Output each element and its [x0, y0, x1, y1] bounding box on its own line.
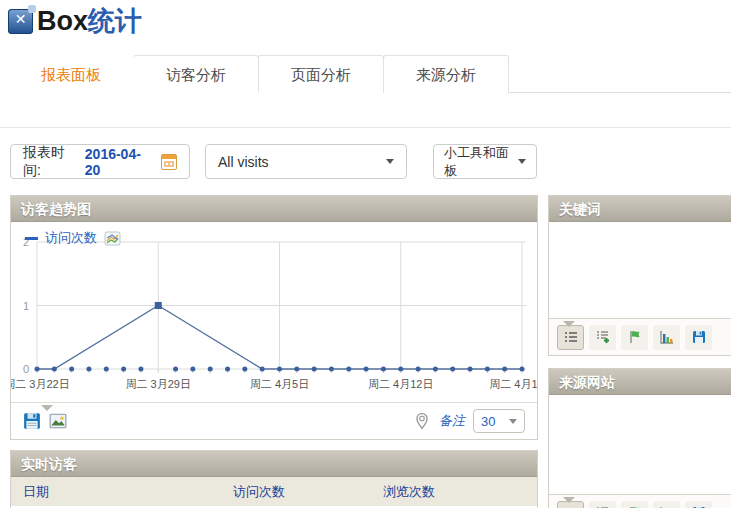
logo-brand: Box — [37, 6, 88, 36]
legend-line-swatch — [25, 237, 38, 240]
view-expanded-table-button[interactable] — [589, 325, 616, 350]
annotations-link[interactable]: 备注 — [439, 412, 465, 430]
view-expanded-table-button[interactable] — [589, 501, 616, 508]
keywords-panel: 关键词 — [548, 195, 731, 356]
visits-graph-body: 访问次数 012周二 3月22日周二 3月29日周二 4月5日周二 4月12日周… — [11, 222, 537, 402]
svg-text:周二 4月5日: 周二 4月5日 — [250, 378, 309, 390]
column-header-pageviews[interactable]: 浏览次数 — [371, 483, 537, 501]
live-visitors-panel-header[interactable]: 实时访客 — [11, 451, 537, 477]
report-date-selector[interactable]: 报表时间: 2016-04-20 — [10, 144, 190, 179]
live-visitors-panel: 实时访客 日期 访问次数 浏览次数 — [10, 450, 538, 508]
keywords-panel-header[interactable]: 关键词 — [549, 196, 731, 222]
export-button[interactable] — [685, 325, 712, 350]
box-logo-icon — [8, 9, 33, 34]
chevron-down-icon — [518, 159, 526, 164]
chevron-down-icon — [509, 419, 517, 424]
svg-text:1: 1 — [23, 300, 29, 312]
view-bar-chart-button[interactable] — [653, 325, 680, 350]
view-bar-chart-button[interactable] — [653, 501, 680, 508]
header-separator — [0, 127, 731, 128]
export-image-icon[interactable] — [49, 412, 67, 430]
segment-selector[interactable]: All visits — [205, 144, 407, 179]
referrer-websites-footer — [549, 494, 731, 508]
svg-text:周二 4月19日: 周二 4月19日 — [489, 378, 537, 390]
logo-suffix: 统计 — [88, 6, 142, 36]
logo-text: Box统计 — [37, 3, 142, 39]
visits-graph-panel-header[interactable]: 访客趋势图 — [11, 196, 537, 222]
calendar-icon — [161, 154, 177, 170]
view-table-button[interactable] — [557, 325, 584, 350]
visits-graph-panel: 访客趋势图 访问次数 012周二 3月22日周二 3月29日周二 4月5日周二 … — [10, 195, 538, 440]
referrer-websites-panel: 来源网站 — [548, 368, 731, 508]
row-limit-value: 30 — [481, 414, 495, 429]
legend-label: 访问次数 — [45, 229, 97, 247]
flag-icon — [627, 329, 643, 345]
bar-chart-icon — [659, 329, 675, 345]
table-plus-icon — [595, 329, 611, 345]
main-tabbar: 报表面板 访客分析 页面分析 来源分析 — [8, 55, 731, 93]
svg-text:周二 4月12日: 周二 4月12日 — [368, 378, 433, 390]
segment-selector-label: All visits — [218, 154, 269, 170]
export-button[interactable] — [685, 501, 712, 508]
row-limit-select[interactable]: 30 — [473, 409, 525, 433]
chart-legend: 访问次数 — [25, 229, 122, 247]
widgets-and-dashboard-button[interactable]: 小工具和面板 — [433, 144, 537, 179]
table-list-icon — [563, 329, 579, 345]
referrer-websites-panel-header[interactable]: 来源网站 — [549, 369, 731, 395]
live-visitors-table-header: 日期 访问次数 浏览次数 — [11, 477, 537, 506]
graph-footer: 备注 30 — [11, 402, 537, 439]
widget-footer-arrow-icon — [563, 321, 575, 327]
widget-footer-arrow-icon — [563, 497, 575, 503]
report-date-value: 2016-04-20 — [85, 146, 153, 178]
chevron-down-icon — [386, 159, 394, 164]
annotations-pin-icon[interactable] — [413, 412, 431, 430]
report-date-label: 报表时间: — [23, 144, 80, 180]
keywords-footer — [549, 318, 731, 355]
tab-visitors[interactable]: 访客分析 — [133, 55, 259, 93]
logo-reflection: Box统计 — [8, 39, 142, 52]
widget-footer-arrow-icon — [41, 405, 53, 411]
visits-line-chart[interactable]: 012周二 3月22日周二 3月29日周二 4月5日周二 4月12日周二 4月1… — [11, 222, 537, 402]
tab-dashboard[interactable]: 报表面板 — [8, 55, 134, 94]
column-header-visits[interactable]: 访问次数 — [221, 483, 371, 501]
tab-referrers[interactable]: 来源分析 — [383, 55, 509, 93]
chart-image-icon[interactable] — [104, 231, 122, 246]
svg-text:0: 0 — [23, 363, 29, 375]
tab-pages[interactable]: 页面分析 — [258, 55, 384, 93]
view-goals-button[interactable] — [621, 325, 648, 350]
svg-text:周二 3月22日: 周二 3月22日 — [11, 378, 70, 390]
save-icon — [691, 329, 707, 345]
svg-text:周二 3月29日: 周二 3月29日 — [126, 378, 191, 390]
column-header-date[interactable]: 日期 — [11, 483, 221, 501]
keywords-body — [549, 222, 731, 318]
referrer-websites-body — [549, 395, 731, 494]
widgets-button-label: 小工具和面板 — [444, 144, 512, 180]
export-data-icon[interactable] — [23, 412, 41, 430]
app-logo[interactable]: Box统计 Box统计 — [8, 3, 142, 49]
view-goals-button[interactable] — [621, 501, 648, 508]
